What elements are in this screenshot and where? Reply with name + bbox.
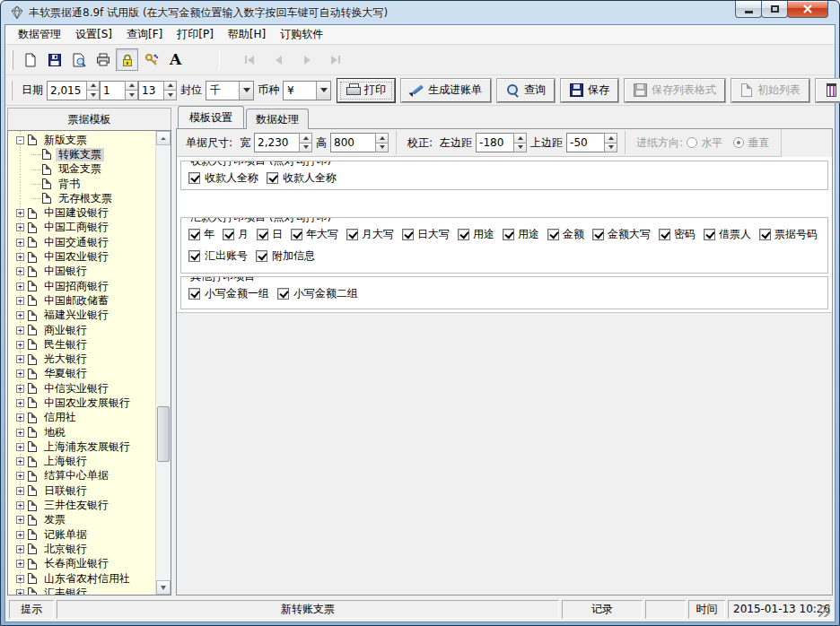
action-button[interactable]: 打印	[337, 79, 395, 102]
tree-item[interactable]: + 地税	[8, 425, 155, 439]
month-stepper[interactable]	[100, 81, 138, 100]
expand-toggle-icon[interactable]: +	[16, 223, 24, 231]
print-option-checkbox[interactable]: 密码	[659, 227, 696, 242]
expand-toggle-icon[interactable]: +	[16, 253, 24, 261]
scroll-up-button[interactable]	[156, 131, 171, 145]
tree-item[interactable]: + 光大银行	[8, 352, 155, 366]
tree-item[interactable]: + 长春商业银行	[8, 557, 155, 571]
chevron-down-icon[interactable]	[316, 82, 330, 100]
print-option-checkbox[interactable]: 票据号码	[759, 227, 818, 242]
print-option-checkbox[interactable]: 用途	[503, 227, 539, 242]
tree-item[interactable]: + 山东省农村信用社	[8, 571, 155, 586]
menu-item[interactable]: 查询[F]	[119, 25, 170, 44]
print-option-checkbox[interactable]: 年	[188, 227, 214, 242]
month-input[interactable]	[100, 81, 125, 100]
tree-item[interactable]: + 中国交通银行	[8, 235, 155, 249]
chevron-down-icon[interactable]	[239, 82, 253, 100]
tree-item[interactable]: 背书	[8, 177, 155, 191]
year-stepper[interactable]	[47, 81, 100, 100]
tree-item[interactable]: + 北京银行	[8, 542, 155, 556]
tree-item[interactable]: + 三井住友银行	[8, 498, 155, 512]
top-margin-input[interactable]	[566, 133, 604, 152]
tree-item[interactable]: + 福建兴业银行	[8, 309, 155, 323]
tree-item[interactable]: 现金支票	[8, 162, 155, 177]
print-option-checkbox[interactable]: 收款人全称	[188, 170, 258, 186]
print-option-checkbox[interactable]: 月大写	[346, 227, 394, 242]
expand-toggle-icon[interactable]: +	[16, 283, 24, 291]
expand-toggle-icon[interactable]: +	[16, 413, 24, 422]
print-option-checkbox[interactable]: 用途	[458, 227, 494, 242]
currency-select[interactable]: ¥	[283, 81, 331, 100]
resize-grip[interactable]	[818, 605, 830, 617]
action-button[interactable]: 关闭	[816, 79, 840, 102]
save-button[interactable]	[43, 48, 66, 71]
maximize-button[interactable]	[761, 1, 788, 18]
expand-toggle-icon[interactable]: +	[16, 297, 24, 305]
tree-item[interactable]: + 日联银行	[8, 483, 155, 498]
menu-item[interactable]: 数据管理	[11, 25, 68, 44]
print-option-checkbox[interactable]: 小写金额一组	[188, 286, 269, 301]
minimize-button[interactable]	[735, 1, 762, 18]
tree-item[interactable]: + 中国银行	[8, 265, 155, 279]
year-input[interactable]	[47, 81, 86, 100]
tree-item[interactable]: + 中国招商银行	[8, 279, 155, 293]
tree-item[interactable]: + 汇丰银行	[8, 586, 155, 595]
print-option-checkbox[interactable]: 小写金额二组	[277, 286, 358, 301]
print-option-checkbox[interactable]: 借票人	[704, 227, 751, 242]
seal-select[interactable]: 千	[206, 81, 254, 100]
expand-toggle-icon[interactable]: +	[16, 385, 24, 393]
expand-toggle-icon[interactable]: +	[16, 326, 24, 335]
tree-item[interactable]: + 中国工商银行	[8, 221, 155, 235]
action-button[interactable]: 查询	[497, 79, 555, 102]
menu-item[interactable]: 设置[S]	[68, 25, 119, 44]
menu-item[interactable]: 打印[P]	[170, 25, 221, 44]
tree-item[interactable]: + 中国邮政储蓄	[8, 293, 155, 308]
close-button[interactable]	[787, 1, 828, 18]
expand-toggle-icon[interactable]: +	[16, 399, 24, 407]
tree-item[interactable]: + 上海浦东发展银行	[8, 439, 155, 454]
expand-toggle-icon[interactable]: +	[16, 443, 24, 451]
tree-item[interactable]: + 商业银行	[8, 323, 155, 337]
key-button[interactable]	[140, 48, 162, 71]
action-button[interactable]: 初始列表	[731, 79, 809, 102]
day-input[interactable]	[138, 81, 163, 100]
day-stepper[interactable]	[138, 81, 177, 100]
scrollbar-track[interactable]	[156, 145, 171, 580]
width-input[interactable]	[254, 133, 299, 152]
toolbar-grip[interactable]	[11, 50, 13, 70]
expand-toggle-icon[interactable]: +	[16, 575, 24, 583]
expand-toggle-icon[interactable]: +	[16, 472, 24, 480]
print-option-checkbox[interactable]: 年大写	[291, 227, 338, 242]
font-button[interactable]: A	[164, 48, 187, 71]
lock-button[interactable]	[116, 48, 138, 71]
height-stepper[interactable]	[330, 133, 389, 152]
tab[interactable]: 数据处理	[246, 109, 309, 129]
tree-item[interactable]: 无存根支票	[8, 191, 155, 205]
tree-item[interactable]: + 中国建设银行	[8, 205, 155, 220]
left-margin-input[interactable]	[476, 133, 513, 152]
tree-item[interactable]: + 结算中心单据	[8, 469, 155, 483]
expand-toggle-icon[interactable]: +	[16, 370, 24, 378]
print-option-checkbox[interactable]: 金额大写	[592, 227, 651, 242]
print-option-checkbox[interactable]: 附加信息	[256, 248, 315, 264]
scrollbar-thumb[interactable]	[157, 406, 170, 462]
expand-toggle-icon[interactable]: +	[16, 341, 24, 349]
tree-item[interactable]: + 华夏银行	[8, 367, 155, 381]
expand-toggle-icon[interactable]: +	[16, 457, 24, 465]
expand-toggle-icon[interactable]: +	[16, 267, 24, 275]
tree-item[interactable]: - 新版支票	[8, 133, 155, 147]
print-option-checkbox[interactable]: 月	[223, 227, 249, 242]
height-input[interactable]	[330, 133, 375, 152]
expand-toggle-icon[interactable]: +	[16, 487, 24, 495]
expand-toggle-icon[interactable]: +	[16, 545, 24, 553]
tree-scrollbar[interactable]	[155, 131, 171, 595]
tree-item[interactable]: + 信用社	[8, 411, 155, 425]
print-button[interactable]	[92, 48, 114, 71]
expand-toggle-icon[interactable]: +	[16, 501, 24, 509]
new-document-button[interactable]	[19, 48, 41, 71]
action-button[interactable]: 生成进账单	[401, 79, 491, 102]
expand-toggle-icon[interactable]: +	[16, 209, 24, 217]
print-option-checkbox[interactable]: 汇出账号	[188, 248, 248, 264]
scroll-down-button[interactable]	[156, 580, 171, 595]
menu-item[interactable]: 订购软件	[273, 25, 330, 44]
